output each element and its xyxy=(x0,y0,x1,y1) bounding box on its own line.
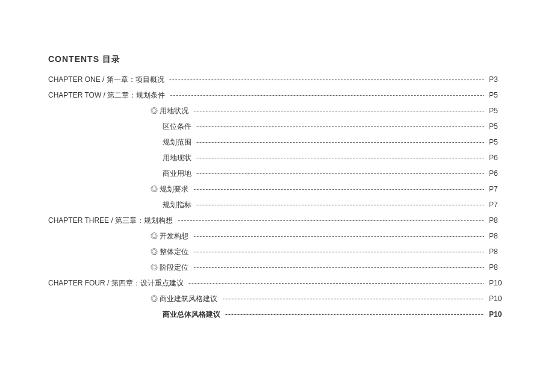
toc-entry-page: P10 xyxy=(489,311,506,318)
toc-entry-label: ◎ 阶段定位 xyxy=(151,264,188,271)
toc-entry-page: P7 xyxy=(489,185,506,193)
toc-leader: ----------------------------------------… xyxy=(193,232,484,240)
toc-entry-label: CHAPTER THREE / 第三章：规划构想 xyxy=(48,217,173,224)
toc-entry: ◎ 开发构想----------------------------------… xyxy=(48,232,506,240)
toc-leader: ----------------------------------------… xyxy=(193,185,484,193)
toc-entry-page: P8 xyxy=(489,232,506,240)
toc-leader: ----------------------------------------… xyxy=(196,201,484,208)
toc-entry-label: CHAPTER ONE / 第一章：项目概况 xyxy=(48,76,164,83)
toc-leader: ----------------------------------------… xyxy=(193,248,484,255)
toc-entry: CHAPTER FOUR / 第四章：设计重点建议---------------… xyxy=(48,279,506,287)
toc-leader: ----------------------------------------… xyxy=(193,264,484,271)
toc-entry-page: P5 xyxy=(489,123,506,130)
toc-entry-page: P5 xyxy=(489,107,506,114)
toc-leader: ----------------------------------------… xyxy=(196,154,484,161)
toc-entry-label: 区位条件 xyxy=(163,123,191,130)
toc-entry: ◎ 规划要求----------------------------------… xyxy=(48,185,506,193)
toc-entry-page: P8 xyxy=(489,217,506,224)
toc-leader: ----------------------------------------… xyxy=(169,76,484,83)
toc-entry: ◎ 用地状况----------------------------------… xyxy=(48,107,506,114)
toc-leader: ----------------------------------------… xyxy=(222,295,484,302)
toc-leader: ----------------------------------------… xyxy=(225,311,484,318)
toc-entry-page: P6 xyxy=(489,154,506,161)
toc-leader: ----------------------------------------… xyxy=(196,138,484,146)
toc-title: CONTENTS 目录 xyxy=(48,54,506,65)
toc-entry: CHAPTER THREE / 第三章：规划构想----------------… xyxy=(48,217,506,224)
toc-entry: 区位条件------------------------------------… xyxy=(48,123,506,130)
toc-entry: CHAPTER TOW / 第二章：规划条件------------------… xyxy=(48,92,506,99)
toc-leader: ----------------------------------------… xyxy=(196,123,484,130)
toc-entry-page: P5 xyxy=(489,138,506,146)
toc-entry: CHAPTER ONE / 第一章：项目概况------------------… xyxy=(48,76,506,83)
toc-entry-label: ◎ 开发构想 xyxy=(151,232,188,240)
toc-entry-label: ◎ 商业建筑风格建议 xyxy=(151,295,217,302)
toc-entry-label: ◎ 整体定位 xyxy=(151,248,188,255)
toc-entry: 用地现状------------------------------------… xyxy=(48,154,506,161)
toc-entry-label: 商业用地 xyxy=(163,170,191,177)
toc-entry-page: P8 xyxy=(489,248,506,255)
toc-entry: ◎ 整体定位----------------------------------… xyxy=(48,248,506,255)
toc-entry: ◎ 商业建筑风格建议------------------------------… xyxy=(48,295,506,302)
toc-leader: ----------------------------------------… xyxy=(178,217,484,224)
toc-entry-label: CHAPTER TOW / 第二章：规划条件 xyxy=(48,92,165,99)
toc-leader: ----------------------------------------… xyxy=(196,170,484,177)
toc-leader: ----------------------------------------… xyxy=(188,279,484,287)
toc-entry-label: 用地现状 xyxy=(163,154,191,161)
toc-entry-label: 规划范围 xyxy=(163,138,191,146)
toc-entry-page: P8 xyxy=(489,264,506,271)
toc-entry-page: P10 xyxy=(489,279,506,287)
toc-entry-label: ◎ 规划要求 xyxy=(151,185,188,193)
toc-entry-page: P7 xyxy=(489,201,506,208)
toc-leader: ----------------------------------------… xyxy=(193,107,484,114)
toc-entry: 规划范围------------------------------------… xyxy=(48,138,506,146)
toc-entry-page: P3 xyxy=(489,76,506,83)
toc-entry: 规划指标------------------------------------… xyxy=(48,201,506,208)
toc-entry-page: P5 xyxy=(489,92,506,99)
toc-entry-page: P6 xyxy=(489,170,506,177)
toc-list: CHAPTER ONE / 第一章：项目概况------------------… xyxy=(48,76,506,318)
toc-entry: 商业用地------------------------------------… xyxy=(48,170,506,177)
toc-entry-label: 商业总体风格建议 xyxy=(163,311,220,318)
toc-entry: ◎ 阶段定位----------------------------------… xyxy=(48,264,506,271)
toc-entry-label: CHAPTER FOUR / 第四章：设计重点建议 xyxy=(48,279,184,287)
toc-entry-page: P10 xyxy=(489,295,506,302)
toc-entry-label: ◎ 用地状况 xyxy=(151,107,188,114)
toc-entry: 商业总体风格建议--------------------------------… xyxy=(48,311,506,318)
toc-entry-label: 规划指标 xyxy=(163,201,191,208)
toc-leader: ----------------------------------------… xyxy=(170,92,484,99)
